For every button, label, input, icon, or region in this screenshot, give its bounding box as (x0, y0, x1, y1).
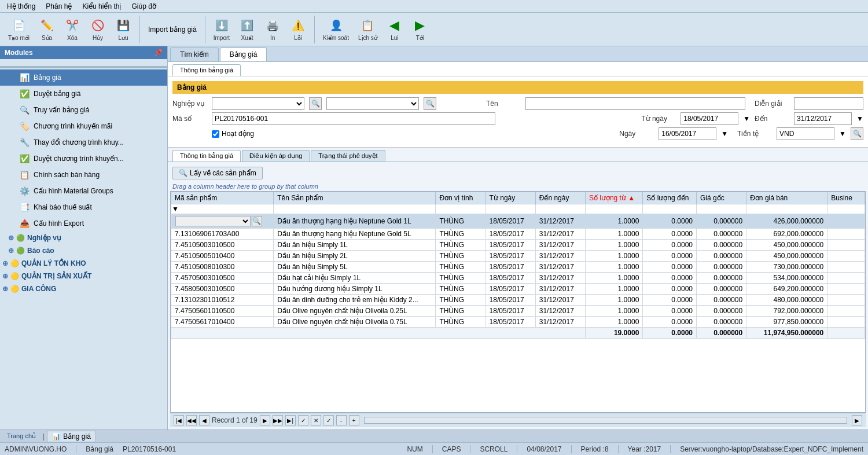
sidebar-item-thay-doi[interactable]: 🔧 Thay đổi chương trình khuy... (0, 134, 167, 151)
sidebar-item-thue-suat[interactable]: 📑 Khai báo thuế suất (0, 199, 167, 215)
nav-prev-page[interactable]: ◀◀ (186, 415, 197, 425)
tu-ngay-cell: 18/05/2017 (486, 262, 535, 273)
sidebar-item-duyet-chuong-trinh[interactable]: ✅ Duyệt chương trình khuyến... (0, 151, 167, 167)
loi-button[interactable]: ⚠️ Lỗi (286, 16, 310, 42)
ma-so-input[interactable] (212, 112, 495, 125)
taskbar-bang-gia[interactable]: 📊 Bảng giá (47, 431, 96, 442)
nav-plus[interactable]: + (349, 415, 359, 425)
nav-check[interactable]: ✓ (298, 415, 308, 425)
nav-next-page[interactable]: ▶▶ (273, 415, 283, 425)
tao-moi-button[interactable]: 📄 Tạo mới (5, 16, 33, 42)
sidebar-group-bao-cao[interactable]: ⊕ 🟢 Báo cáo (0, 244, 167, 257)
dien-giai-input[interactable] (794, 97, 863, 110)
nghiep-vu-search-btn2[interactable]: 🔍 (424, 97, 436, 110)
table-row[interactable]: 7.47505601010500 Dầu Olive nguyên chất h… (171, 306, 865, 317)
table-row[interactable]: 7.47505617010400 Dầu Olive nguyên chất h… (171, 317, 865, 328)
table-row[interactable]: 7.45105003010500 Dầu ăn hiệu Simply 1L T… (171, 240, 865, 251)
sidebar-item-cau-hinh-export[interactable]: 📤 Cấu hình Export (0, 215, 167, 232)
sidebar-group-san-xuat[interactable]: ⊕ 🟡 QUẢN TRỊ SẢN XUẤT (0, 270, 167, 282)
import-button[interactable]: ⬇️ Import (210, 16, 233, 42)
sub-tab-thong-tin-bang-gia[interactable]: Thông tin bảng giá (172, 150, 241, 162)
nav-minus[interactable]: - (336, 415, 347, 425)
hoat-dong-checkbox[interactable] (212, 130, 219, 138)
ma-search-btn[interactable]: 🔍 (252, 216, 262, 226)
sub-tab-dieu-kien[interactable]: Điều kiện áp dụng (242, 150, 310, 162)
sidebar-group-nghiep-vu[interactable]: ⊕ 🟢 Nghiệp vụ (0, 232, 167, 244)
hoat-dong-checkbox-label[interactable]: Hoạt động (212, 130, 254, 138)
nav-next[interactable]: ▶ (260, 415, 270, 425)
lui-button[interactable]: ◀ Lui (383, 16, 406, 42)
col-so-luong-den[interactable]: Số lượng đến (643, 192, 697, 204)
table-row[interactable]: 7.45105005010400 Dầu ăn hiệu Simply 2L T… (171, 251, 865, 262)
nghiep-vu-select[interactable] (212, 97, 304, 110)
col-don-vi-tinh[interactable]: Đơn vị tính (436, 192, 486, 204)
nav-x[interactable]: ✕ (311, 415, 321, 425)
tien-te-search-btn[interactable]: 🔍 (851, 127, 863, 140)
nav-prev[interactable]: ◀ (199, 415, 209, 425)
toi-button[interactable]: ▶ Tới (409, 16, 432, 42)
tab-tim-kiem[interactable]: Tìm kiếm (170, 47, 219, 61)
xuat-button[interactable]: ⬆️ Xuất (236, 16, 259, 42)
horizontal-scrollbar[interactable] (364, 417, 847, 424)
sua-button[interactable]: ✏️ Sửa (35, 16, 58, 42)
nav-last[interactable]: ▶| (285, 415, 296, 425)
lay-ve-san-pham-button[interactable]: 🔍 Lấy về các sản phẩm (172, 167, 263, 179)
sidebar-item-duyet-bang-gia[interactable]: ✅ Duyệt bảng giá (0, 86, 167, 102)
menu-giup-do[interactable]: Giúp đỡ (127, 1, 160, 12)
sidebar-item-chinh-sach[interactable]: 📋 Chính sách bán hàng (0, 167, 167, 183)
table-row[interactable]: 7.45105008010300 Dầu ăn hiệu Simply 5L T… (171, 262, 865, 273)
col-ma-san-pham[interactable]: Mã sản phẩm (171, 192, 274, 204)
xoa-button[interactable]: ✂️ Xóa (61, 16, 84, 42)
col-busine[interactable]: Busine (827, 192, 865, 204)
table-row[interactable]: 7.131069061703A00 Dầu ăn thượng hạng hiệ… (171, 229, 865, 240)
taskbar-home[interactable]: Trang chủ (2, 431, 41, 441)
tab-bang-gia[interactable]: Bảng giá (220, 47, 267, 61)
ten-input[interactable] (525, 97, 745, 110)
lich-su-button[interactable]: 📋 Lịch sử (355, 16, 381, 42)
ma-select[interactable]: 7.131069031705A00 (175, 216, 251, 226)
ma-san-pham-cell: 7.45705003010500 (171, 273, 274, 284)
sidebar-item-bang-gia[interactable]: 📊 Bảng giá (0, 69, 167, 86)
tu-ngay-input[interactable] (681, 112, 738, 125)
col-gia-goc[interactable]: Giá gốc (697, 192, 746, 204)
col-ten-san-pham[interactable]: Tên Sản phẩm (274, 192, 436, 204)
don-gia-ban-cell: 450,000.000000 (746, 251, 827, 262)
sidebar-item-khuyen-mai[interactable]: 🏷️ Chương trình khuyến mãi (0, 118, 167, 134)
sidebar-item-truy-van-bang-gia[interactable]: 🔍 Truy vấn bảng giá (0, 102, 167, 118)
menu-he-thong[interactable]: Hệ thống (2, 1, 40, 12)
kiem-soat-button[interactable]: 👤 Kiểm soát (319, 16, 352, 42)
sidebar-group-ton-kho[interactable]: ⊕ 🟡 QUẢN LÝ TỒN KHO (0, 257, 167, 270)
busine-cell (827, 317, 865, 328)
sidebar-item-material-groups[interactable]: ⚙️ Cấu hình Material Groups (0, 183, 167, 199)
nghiep-vu-select2[interactable] (326, 97, 419, 110)
bao-cao-icon: 🟢 (16, 247, 25, 255)
grid-container[interactable]: Mã sản phẩm Tên Sản phẩm Đơn vị tính Từ … (170, 191, 866, 413)
col-den-ngay[interactable]: Đến ngày (535, 192, 585, 204)
den-input[interactable] (794, 112, 852, 125)
nav-first[interactable]: |◀ (174, 415, 184, 425)
menu-phan-he[interactable]: Phân hệ (41, 1, 76, 12)
table-row[interactable]: 7.45705003010500 Dầu hạt cải hiệu Simply… (171, 273, 865, 284)
luu-button[interactable]: 💾 Lưu (112, 16, 135, 42)
sidebar: Modules 📌 📊 Bảng giá ✅ Duyệt bảng giá 🔍 … (0, 46, 168, 430)
ma-san-pham-cell: 7.131069031705A00 🔍 (171, 214, 274, 228)
sub-tab-thong-tin[interactable]: Thông tin bảng giá (172, 64, 241, 76)
nav-scroll-right[interactable]: ▶ (852, 415, 862, 425)
in-button[interactable]: 🖨️ In (261, 16, 284, 42)
table-row[interactable]: 7.131069031705A00 🔍 Dầu ăn thượng hạng h… (171, 214, 865, 229)
nav-check2[interactable]: ✓ (323, 415, 334, 425)
menu-kieu-hien-thi[interactable]: Kiểu hiển thị (78, 1, 126, 12)
sub-tab-trang-thai[interactable]: Trạng thái phê duyệt (311, 150, 385, 162)
sidebar-group-gia-cong[interactable]: ⊕ 🟡 GIA CÔNG (0, 282, 167, 295)
table-row[interactable]: 7.45805003010500 Dầu hướng dương hiệu Si… (171, 284, 865, 295)
nghiep-vu-search-btn[interactable]: 🔍 (309, 97, 322, 110)
table-row[interactable]: 7.13102301010512 Dầu ăn dinh dưỡng cho t… (171, 295, 865, 306)
col-so-luong-tu[interactable]: Số lượng từ ▲ (585, 192, 642, 204)
ma-san-pham-cell: 7.45105003010500 (171, 240, 274, 251)
ngay-input[interactable] (659, 127, 716, 140)
import-bang-gia-button[interactable]: Import bảng giá (145, 24, 200, 35)
tien-te-input[interactable] (777, 127, 834, 140)
col-tu-ngay[interactable]: Từ ngày (486, 192, 535, 204)
col-don-gia-ban[interactable]: Đơn giá bán (746, 192, 827, 204)
huy-button[interactable]: 🚫 Hủy (86, 16, 109, 42)
